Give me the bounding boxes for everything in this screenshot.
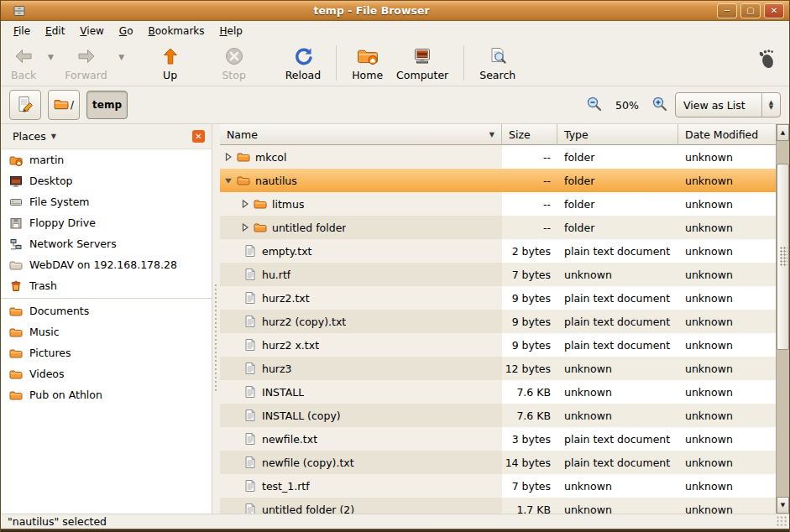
table-row[interactable]: test_1.rtf7 bytesunknownunknown bbox=[220, 474, 789, 498]
scroll-down-button[interactable]: ▼ bbox=[777, 497, 789, 514]
up-button[interactable]: Up bbox=[151, 43, 190, 84]
table-row[interactable]: INSTALL (copy)7.6 KBunknownunknown bbox=[220, 404, 789, 427]
sidebar-item-videos[interactable]: Videos bbox=[1, 363, 212, 384]
forward-dropdown-arrow[interactable]: ▼ bbox=[114, 43, 129, 61]
table-row[interactable]: litmus--folderunknown bbox=[220, 192, 789, 216]
zoom-level[interactable]: 50% bbox=[610, 99, 645, 112]
menu-bookmarks[interactable]: Bookmarks bbox=[140, 23, 212, 39]
sidebar-item-martin[interactable]: martin bbox=[1, 149, 212, 170]
cell-name: hurz2 x.txt bbox=[220, 333, 502, 357]
menu-edit[interactable]: Edit bbox=[38, 23, 72, 39]
cell-name: INSTALL (copy) bbox=[220, 404, 502, 427]
sidebar-item-trash[interactable]: Trash bbox=[1, 275, 212, 296]
window-title: temp - File Browser bbox=[26, 4, 717, 17]
folder-icon bbox=[254, 197, 267, 211]
cell-date-modified: unknown bbox=[678, 333, 777, 357]
sidebar-item-pub-on-athlon[interactable]: Pub on Athlon bbox=[1, 384, 212, 405]
file-name: INSTALL (copy) bbox=[262, 409, 341, 422]
text-file-icon bbox=[243, 315, 257, 328]
back-arrow-icon bbox=[13, 45, 34, 67]
path-button-temp[interactable]: temp bbox=[86, 91, 128, 119]
scrollbar-thumb[interactable] bbox=[777, 164, 789, 350]
zoom-out-button[interactable] bbox=[586, 96, 603, 115]
toggle-location-entry-button[interactable] bbox=[9, 90, 41, 120]
expander-collapsed-icon[interactable] bbox=[240, 223, 250, 232]
menu-go[interactable]: Go bbox=[112, 23, 141, 39]
table-row[interactable]: newfile (copy).txt14 bytesplain text doc… bbox=[220, 451, 789, 474]
menu-view[interactable]: View bbox=[72, 23, 111, 39]
shared-folder-icon bbox=[9, 258, 23, 272]
close-button[interactable]: ✕ bbox=[764, 3, 784, 18]
sidebar-item-floppy-drive[interactable]: Floppy Drive bbox=[1, 212, 212, 233]
sidebar-resize-handle[interactable] bbox=[212, 124, 220, 514]
cell-date-modified: unknown bbox=[678, 145, 777, 169]
column-header-name[interactable]: Name▼ bbox=[220, 124, 502, 145]
sidebar-item-webdav-on-192-168-178-28[interactable]: WebDAV on 192.168.178.28 bbox=[1, 254, 212, 275]
sidebar-item-label: Videos bbox=[29, 368, 65, 380]
table-row[interactable]: hurz312 bytesunknownunknown bbox=[220, 357, 789, 380]
vertical-scrollbar[interactable]: ▲ ▼ bbox=[776, 124, 789, 514]
home-button[interactable]: Home bbox=[345, 43, 390, 84]
table-row[interactable]: hu.rtf7 bytesunknownunknown bbox=[220, 263, 789, 286]
table-row[interactable]: hurz2 x.txt9 bytesplain text documentunk… bbox=[220, 333, 789, 357]
cell-type: plain text document bbox=[557, 333, 678, 357]
status-text: "nautilus" selected bbox=[8, 515, 107, 528]
cell-date-modified: unknown bbox=[678, 239, 777, 263]
table-row[interactable]: untitled folder--folderunknown bbox=[220, 216, 789, 239]
cell-name: empty.txt bbox=[220, 239, 502, 263]
table-row[interactable]: hurz2 (copy).txt9 bytesplain text docume… bbox=[220, 310, 789, 333]
table-row[interactable]: nautilus--folderunknown bbox=[220, 169, 789, 192]
sidebar-item-pictures[interactable]: Pictures bbox=[1, 342, 212, 363]
reload-button[interactable]: Reload bbox=[279, 43, 328, 84]
sidebar-item-network-servers[interactable]: Network Servers bbox=[1, 233, 212, 254]
titlebar[interactable]: temp - File Browser ─ ▢ ✕ bbox=[1, 0, 789, 21]
table-row[interactable]: hurz2.txt9 bytesplain text documentunkno… bbox=[220, 286, 789, 310]
column-header-type[interactable]: Type bbox=[557, 124, 678, 145]
sidebar-item-music[interactable]: Music bbox=[1, 321, 212, 342]
sidebar-item-label: Floppy Drive bbox=[29, 216, 96, 229]
sidebar: Places ▼ ✕ martinDesktopFile SystemFlopp… bbox=[1, 124, 212, 514]
expander-collapsed-icon[interactable] bbox=[240, 200, 250, 208]
expander-expanded-icon[interactable] bbox=[223, 176, 233, 185]
column-header-label: Name bbox=[227, 128, 258, 141]
sidebar-item-desktop[interactable]: Desktop bbox=[1, 170, 212, 191]
file-name: INSTALL bbox=[262, 386, 304, 399]
sidebar-item-file-system[interactable]: File System bbox=[1, 191, 212, 212]
resize-grip[interactable] bbox=[777, 516, 787, 527]
table-row[interactable]: mkcol--folderunknown bbox=[220, 145, 789, 169]
maximize-button[interactable]: ▢ bbox=[740, 3, 761, 18]
menu-help[interactable]: Help bbox=[212, 23, 250, 39]
places-selector[interactable]: Places ▼ bbox=[8, 128, 61, 144]
table-row[interactable]: untitled folder (2)1.7 KBunknownunknown bbox=[220, 498, 789, 514]
scroll-up-button[interactable]: ▲ bbox=[777, 124, 789, 141]
sidebar-close-button[interactable]: ✕ bbox=[192, 130, 205, 143]
computer-button[interactable]: Computer bbox=[390, 43, 455, 84]
menu-file[interactable]: File bbox=[6, 23, 38, 39]
view-mode-select[interactable]: View as List ▲▼ bbox=[675, 92, 781, 117]
network-icon bbox=[9, 237, 23, 251]
root-folder-button[interactable]: / bbox=[48, 90, 80, 120]
table-row[interactable]: INSTALL7.6 KBunknownunknown bbox=[220, 380, 789, 404]
minimize-button[interactable]: ─ bbox=[717, 3, 737, 18]
file-name: mkcol bbox=[255, 151, 286, 164]
stop-button-label: Stop bbox=[222, 69, 245, 81]
back-dropdown-arrow[interactable]: ▼ bbox=[43, 43, 58, 61]
cell-name: hurz2 (copy).txt bbox=[220, 310, 502, 333]
cell-name: hurz2.txt bbox=[220, 286, 502, 310]
search-button[interactable]: Search bbox=[473, 43, 522, 84]
text-file-icon bbox=[243, 362, 257, 375]
status-bar: "nautilus" selected bbox=[1, 514, 789, 529]
zoom-out-icon bbox=[586, 96, 603, 115]
zoom-in-button[interactable] bbox=[651, 96, 668, 115]
column-header-date-modified[interactable]: Date Modified bbox=[678, 124, 777, 145]
folder-icon bbox=[54, 96, 69, 114]
table-row[interactable]: empty.txt2 bytesplain text documentunkno… bbox=[220, 239, 789, 263]
table-row[interactable]: newfile.txt3 bytesplain text documentunk… bbox=[220, 427, 789, 451]
sidebar-item-documents[interactable]: Documents bbox=[1, 300, 212, 321]
cell-type: plain text document bbox=[557, 451, 678, 474]
cell-date-modified: unknown bbox=[678, 310, 777, 333]
reload-icon bbox=[293, 45, 313, 67]
column-header-size[interactable]: Size bbox=[502, 124, 557, 145]
expander-collapsed-icon[interactable] bbox=[223, 153, 233, 161]
cell-date-modified: unknown bbox=[678, 192, 777, 216]
